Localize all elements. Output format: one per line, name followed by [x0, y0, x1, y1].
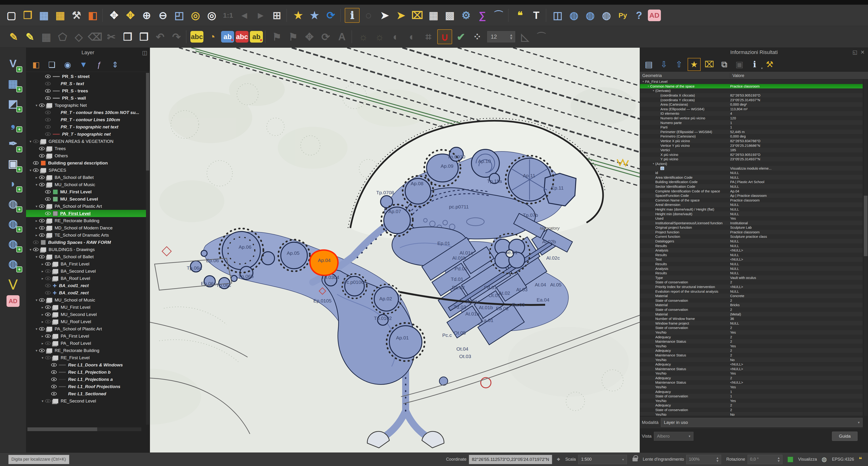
layer-visibility-checkbox[interactable]: [33, 240, 39, 244]
layer-item[interactable]: Building Spaces - RAW FORM: [26, 239, 147, 246]
layer-visibility-checkbox[interactable]: [45, 133, 51, 136]
layer-visibility-checkbox[interactable]: [45, 313, 51, 316]
layer-visibility-checkbox[interactable]: [39, 255, 44, 259]
layer-visibility-checkbox[interactable]: [45, 262, 51, 266]
zoom-to-layer-button[interactable]: ◎: [188, 8, 203, 23]
identify-row[interactable]: Test<NULL>: [640, 257, 863, 262]
decoration-shadow-1-button[interactable]: ◐: [389, 29, 403, 44]
identify-row[interactable]: Yes/NoYes: [640, 371, 863, 376]
coordinate-capture-icon[interactable]: ⌖: [557, 456, 560, 463]
identify-row[interactable]: Maintenance Status2: [640, 339, 863, 344]
map-tips-button[interactable]: ❝: [513, 8, 527, 23]
render-checkbox[interactable]: [787, 457, 793, 462]
pan-to-selection-button[interactable]: ✥: [123, 8, 138, 23]
layer-item[interactable]: ✚BA_cod2_rect: [26, 289, 147, 296]
add-wms-layer-button[interactable]: ◍: [566, 8, 581, 23]
layer-expander[interactable]: ▸: [40, 313, 45, 317]
decoration-light-1-button[interactable]: ☼: [356, 29, 371, 44]
layer-visibility-checkbox[interactable]: [45, 334, 51, 338]
add-group-button[interactable]: ❏: [45, 58, 59, 71]
layer-visibility-checkbox[interactable]: [45, 276, 51, 280]
identify-row[interactable]: Vertice Y più vicino23°05'25.218686"N: [640, 143, 863, 148]
clear-results-button[interactable]: ⌧: [703, 58, 716, 71]
change-label-properties-button[interactable]: A: [335, 29, 349, 44]
identify-row[interactable]: ▾Common Name of the spacePractice classr…: [640, 84, 863, 89]
layer-visibility-checkbox[interactable]: [45, 118, 51, 121]
layer-expander[interactable]: ▾: [28, 168, 33, 172]
column-header-value[interactable]: Valore: [730, 73, 744, 78]
identify-row[interactable]: Height max (dome/vault) / Height (flat)N…: [640, 207, 863, 212]
add-vector-tile-layer-button[interactable]: ⋁: [5, 275, 21, 292]
check-topology-button[interactable]: ✔: [454, 29, 468, 44]
layer-visibility-checkbox[interactable]: [33, 169, 39, 172]
layer-item[interactable]: PR_S - wall: [26, 94, 147, 102]
identify-row[interactable]: Parti1: [640, 125, 863, 129]
identify-row[interactable]: Original project functionSculpture Lab: [640, 225, 863, 230]
snap-tolerance-input[interactable]: 12▲▼: [487, 31, 515, 42]
circular-string-button[interactable]: ⌒: [534, 29, 549, 44]
identify-row[interactable]: Adequacy<NULL>: [640, 362, 863, 367]
identify-row[interactable]: Yes/NoYes: [640, 330, 863, 335]
layer-item[interactable]: Rec L1_Projections a: [26, 376, 147, 383]
scale-select[interactable]: 1:500▾: [578, 455, 627, 464]
advanced-digitizing-button[interactable]: ◺: [518, 29, 533, 44]
labeling-rule-button[interactable]: abc: [236, 31, 248, 42]
identify-row[interactable]: Building Identification CodePA | Plastic…: [640, 180, 863, 184]
layer-item[interactable]: ▾RE_First Level: [26, 354, 147, 361]
labeling-obstacle-button[interactable]: ab●: [250, 31, 263, 42]
layer-visibility-checkbox[interactable]: [45, 96, 51, 100]
labeling-single-button[interactable]: ab●: [221, 31, 234, 42]
layer-item[interactable]: ▾RE_Rectorate Building: [26, 347, 147, 354]
add-wms-layer-side-button[interactable]: ◍+: [5, 215, 21, 232]
zoom-native-button[interactable]: 1:1: [221, 8, 236, 23]
identify-row[interactable]: Vertici185: [640, 148, 863, 152]
identify-row[interactable]: Space/Function CodeAp | Practice classro…: [640, 193, 863, 198]
project-properties-button[interactable]: ⚒: [69, 8, 84, 23]
rotate-label-button[interactable]: ⟳: [318, 29, 333, 44]
row-expander[interactable]: ▾: [647, 85, 650, 88]
layer-visibility-checkbox[interactable]: [39, 226, 44, 230]
layer-diagram-button[interactable]: ◔: [205, 29, 220, 44]
snapping-magnet-button[interactable]: ∪: [437, 29, 452, 44]
layer-item[interactable]: MU_Second Level: [26, 196, 147, 203]
manage-map-themes-button[interactable]: ◉: [61, 58, 74, 71]
decoration-light-2-button[interactable]: ☼: [372, 29, 387, 44]
layers-vertical-scrollbar[interactable]: [146, 73, 149, 425]
measure-line-button[interactable]: ⌒: [491, 8, 506, 23]
identify-row[interactable]: Adequacy1: [640, 389, 863, 394]
identify-row[interactable]: (coordinata Y cliccata)23°05'25.314937"N: [640, 97, 863, 102]
log-messages-icon[interactable]: ❝: [859, 456, 862, 463]
add-wfs-layer-button[interactable]: ◍+: [5, 235, 21, 252]
snapping-type-dots-button[interactable]: ⁘: [470, 29, 485, 44]
crs-globe-icon[interactable]: ◍: [822, 456, 827, 463]
save-project-as-button[interactable]: ▦: [53, 8, 68, 23]
style-manager-button[interactable]: ◧: [85, 8, 100, 23]
layer-visibility-checkbox[interactable]: [45, 305, 51, 309]
layer-visibility-checkbox[interactable]: [45, 89, 51, 93]
layer-item[interactable]: ▸PA_First Level: [26, 332, 147, 340]
layer-item[interactable]: ▸MU_Roof Level: [26, 318, 147, 325]
layer-visibility-checkbox[interactable]: [45, 111, 51, 114]
layer-visibility-checkbox[interactable]: [45, 269, 51, 273]
layer-item[interactable]: PR_T - topographic net text: [26, 123, 147, 130]
add-spatialite-layer-button[interactable]: ✒+: [5, 135, 21, 152]
move-label-button[interactable]: ✥: [302, 29, 317, 44]
print-results-button[interactable]: ▣: [733, 58, 746, 71]
identify-row[interactable]: Sector Identification CodeNULL: [640, 184, 863, 189]
layer-expander[interactable]: ▾: [34, 183, 39, 187]
layer-expander[interactable]: ▾: [34, 255, 39, 259]
map-canvas[interactable]: Tp.0910Ap.09Ap.10Ap.11Ep.11Tp.11aAp.08Tp…: [150, 48, 640, 453]
identify-row[interactable]: Adequacy2: [640, 334, 863, 339]
identify-row[interactable]: Project functionPractice classroom: [640, 230, 863, 234]
layers-panel-options-icon[interactable]: ◫: [142, 50, 147, 56]
refresh-map-button[interactable]: ⟳: [323, 8, 338, 23]
layer-item[interactable]: Building general description: [26, 159, 147, 167]
layer-item[interactable]: ▸TE_School of Dramatic Arts: [26, 232, 147, 239]
layer-visibility-checkbox[interactable]: [45, 284, 51, 287]
layer-item[interactable]: PR_T - contour lines 100cm NOT su...: [26, 109, 147, 116]
identify-row[interactable]: ResultsNULL: [640, 271, 863, 275]
locator-input[interactable]: Digita per localizzare (Ctrl+K): [8, 455, 69, 464]
layer-item[interactable]: ▾SPACES: [26, 167, 147, 174]
expand-collapse-all-button[interactable]: ⇕: [108, 58, 122, 71]
layer-item[interactable]: ▸PA_ Roof Level: [26, 340, 147, 347]
